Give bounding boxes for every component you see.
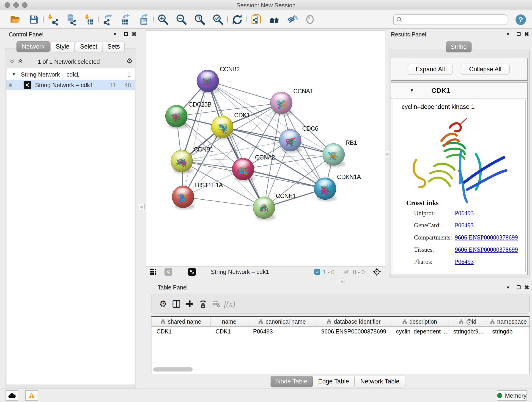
help-button[interactable]: ? xyxy=(515,14,526,25)
import-table-icon[interactable] xyxy=(82,13,95,26)
table-settings-gear-icon[interactable]: ⚙ xyxy=(157,297,170,311)
network-node-label: CCNB2 xyxy=(220,66,240,73)
control-panel-close-icon[interactable]: ✖ xyxy=(132,31,137,38)
tab-network[interactable]: Network xyxy=(17,41,50,52)
network-node-CCNE1[interactable] xyxy=(253,197,275,219)
column-header-namespace[interactable]: namespace xyxy=(487,317,530,326)
selected-checkbox[interactable] xyxy=(314,269,320,275)
export-image-icon[interactable] xyxy=(137,13,150,26)
tab-edge-table[interactable]: Edge Table xyxy=(313,376,355,387)
network-node-CCNA1[interactable] xyxy=(270,92,292,114)
network-options-gear-icon[interactable]: ⚙ xyxy=(127,57,133,65)
export-table-icon[interactable] xyxy=(119,13,133,26)
tab-sets[interactable]: Sets xyxy=(103,41,125,52)
crosshair-icon[interactable] xyxy=(373,268,381,277)
network-node-HIST1H1A[interactable] xyxy=(172,186,194,208)
table-row[interactable]: CDK1 CDK1 P06493 9606.ENSP00000378699 cy… xyxy=(152,327,530,336)
hide-selected-icon[interactable] xyxy=(285,13,299,26)
control-panel: Control Panel ▼ ✖ Network Style Select S… xyxy=(0,29,138,388)
expand-all-button[interactable]: Expand All xyxy=(408,64,453,75)
tab-node-table[interactable]: Node Table xyxy=(271,376,313,387)
tab-string[interactable]: String xyxy=(446,41,472,52)
tab-network-table[interactable]: Network Table xyxy=(355,376,405,387)
network-node-CDC25B[interactable] xyxy=(165,105,187,127)
zoom-selected-icon[interactable] xyxy=(211,13,225,26)
share-view-icon[interactable] xyxy=(165,268,172,276)
zoom-in-icon[interactable] xyxy=(156,13,170,26)
export-network-icon[interactable] xyxy=(101,13,114,26)
table-panel-menu-icon[interactable]: ▼ xyxy=(506,285,510,290)
network-node-RB1[interactable] xyxy=(323,143,345,166)
network-node-label: CCNA2 xyxy=(255,154,275,161)
control-panel-menu-icon[interactable]: ▼ xyxy=(113,32,117,37)
column-header-database-identifier[interactable]: database identifier xyxy=(316,317,391,326)
cloud-status-button[interactable] xyxy=(6,390,18,401)
manage-columns-icon[interactable] xyxy=(170,297,183,311)
warnings-button[interactable] xyxy=(25,390,38,401)
gene-section-header[interactable]: ▼ CDK1 xyxy=(391,83,527,99)
add-column-icon[interactable] xyxy=(183,297,196,311)
toolbar-separator xyxy=(227,13,228,26)
first-neighbors-icon[interactable] xyxy=(268,13,281,26)
crosslink-uniprot[interactable]: P06493 xyxy=(455,210,474,217)
network-node-CCNB1[interactable] xyxy=(171,150,193,172)
network-canvas[interactable]: CCNB2CCNA1CDC25BCDK1CDC6RB1CCNB1CCNA2CDK… xyxy=(146,31,385,266)
crosslink-genecard[interactable]: P06493 xyxy=(455,222,474,229)
help-icon: ? xyxy=(519,16,523,24)
zoom-fit-icon[interactable] xyxy=(193,13,206,26)
delete-table-icon[interactable] xyxy=(210,297,223,311)
table-horizontal-scrollbar[interactable] xyxy=(153,367,193,371)
control-panel-float-icon[interactable] xyxy=(124,32,128,36)
hidden-counts: 0 - 0 xyxy=(353,269,365,276)
gene-collapse-icon[interactable]: ▼ xyxy=(410,88,414,93)
collapse-all-button[interactable]: Collapse All xyxy=(461,64,510,75)
open-file-icon[interactable] xyxy=(8,13,22,26)
network-tree-root-row[interactable]: ▼ String Network – cdk1 1 xyxy=(6,69,135,80)
network-collection-label: String Network – cdk1 xyxy=(21,71,79,78)
left-splitter-grip[interactable] xyxy=(139,204,145,210)
results-panel-float-icon[interactable] xyxy=(517,32,520,36)
crosslink-compartments[interactable]: 9606.ENSP00000378699 xyxy=(455,234,518,241)
import-network-file-icon[interactable] xyxy=(46,13,60,26)
search-field[interactable] xyxy=(393,14,507,25)
grid-view-icon[interactable] xyxy=(150,268,157,276)
column-header-shared-name[interactable]: shared name xyxy=(152,317,210,326)
birds-eye-view-icon[interactable] xyxy=(188,268,196,276)
save-session-icon[interactable] xyxy=(27,13,40,26)
show-all-icon[interactable] xyxy=(303,13,317,26)
horizontal-splitter-grip[interactable] xyxy=(339,279,345,284)
network-node-CDKN1A[interactable] xyxy=(314,178,336,200)
import-network-database-icon[interactable] xyxy=(64,13,77,26)
column-header-id[interactable]: @id xyxy=(448,317,487,326)
table-panel-float-icon[interactable] xyxy=(517,285,520,289)
results-panel-menu-icon[interactable]: ▼ xyxy=(506,32,510,37)
network-node-CCNA2[interactable] xyxy=(232,158,254,180)
network-node-label: CCNA1 xyxy=(293,88,313,95)
table-panel-close-icon[interactable]: ✖ xyxy=(524,284,529,291)
delete-column-icon[interactable] xyxy=(196,297,210,311)
tab-style[interactable]: Style xyxy=(51,41,75,52)
function-builder-icon[interactable]: f(x) xyxy=(223,297,236,311)
hidden-eye-icon[interactable] xyxy=(343,269,350,276)
column-header-canonical-name[interactable]: canonical name xyxy=(248,317,316,326)
warning-icon xyxy=(28,392,35,399)
network-node-CDK1[interactable] xyxy=(211,116,233,138)
zoom-out-icon[interactable] xyxy=(175,13,188,26)
network-node-CCNB2[interactable] xyxy=(197,70,219,92)
string-network-graph[interactable]: CCNB2CCNA1CDC25BCDK1CDC6RB1CCNB1CCNA2CDK… xyxy=(146,31,386,267)
column-header-name[interactable]: name xyxy=(210,317,248,326)
memory-button[interactable]: Memory xyxy=(497,390,527,401)
network-node-CDC6[interactable] xyxy=(279,129,301,151)
results-panel-close-icon[interactable]: ✖ xyxy=(524,31,529,38)
selected-counts: 1 - 0 xyxy=(323,269,335,276)
network-tree-row-selected[interactable]: String Network – cdk1 11 48 xyxy=(6,80,135,90)
column-header-description[interactable]: description xyxy=(391,317,448,326)
crosslink-tissues[interactable]: 9606.ENSP00000378699 xyxy=(455,246,518,253)
cell-canonical-name: P06493 xyxy=(248,327,317,336)
new-network-from-selection-icon[interactable] xyxy=(250,13,263,26)
tab-select[interactable]: Select xyxy=(75,41,102,52)
search-input[interactable] xyxy=(405,16,504,23)
tree-collapse-icon[interactable]: ▼ xyxy=(12,72,16,77)
apply-layout-icon[interactable] xyxy=(230,13,244,26)
crosslink-pharos[interactable]: P06493 xyxy=(455,258,474,265)
